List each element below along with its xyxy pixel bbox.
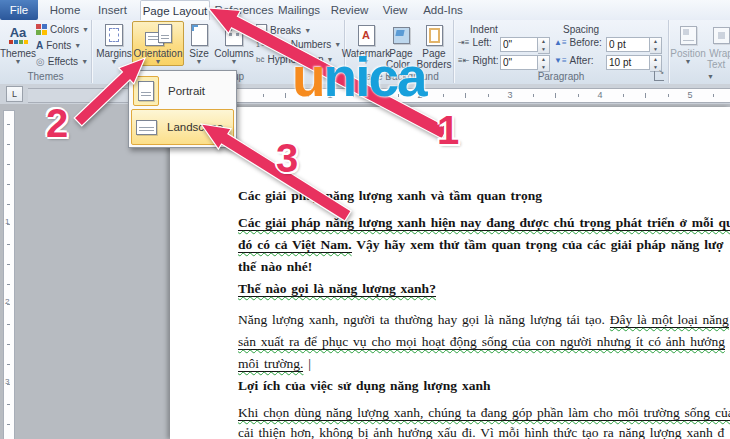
indent-right-icon: ≡⇤ bbox=[458, 56, 469, 65]
orientation-icon bbox=[145, 22, 172, 48]
doc-line: Lợi ích của việc sử dụng năng lượng xanh bbox=[238, 378, 490, 394]
margins-button[interactable]: Margins ▼ bbox=[96, 22, 132, 65]
word-window: File Home Insert Page Layout References … bbox=[0, 0, 730, 439]
spacing-section-label: Spacing bbox=[563, 24, 599, 35]
colors-icon bbox=[36, 24, 47, 35]
page-borders-icon bbox=[426, 25, 443, 46]
size-button[interactable]: Size ▼ bbox=[184, 22, 214, 65]
menu-item-portrait[interactable]: Portrait bbox=[131, 73, 234, 109]
watermark-icon: A bbox=[358, 25, 375, 46]
portrait-page-icon bbox=[138, 81, 154, 101]
wrap-text-button[interactable]: Wrap Text ▼ bbox=[707, 22, 730, 81]
orientation-menu: Portrait Landscape bbox=[128, 70, 237, 148]
effects-icon: ◎ bbox=[36, 56, 45, 67]
ruler-number: 5 bbox=[687, 90, 692, 100]
indent-right-label: Right: bbox=[472, 55, 498, 66]
indent-left-input[interactable] bbox=[500, 37, 538, 52]
ribbon-tab-bar: File Home Insert Page Layout References … bbox=[0, 0, 730, 21]
spacing-after-input[interactable] bbox=[606, 55, 650, 70]
doc-line: thế nào nhé! bbox=[238, 259, 312, 275]
document-page[interactable]: Các giải pháp năng lượng xanh và tầm qua… bbox=[170, 107, 730, 439]
columns-icon bbox=[225, 24, 243, 46]
group-label-themes: Themes bbox=[0, 71, 91, 82]
paragraph-dialog-launcher-icon[interactable]: ↘ bbox=[654, 71, 664, 81]
ribbon: Aa Themes ▼ Colors▼ A Fonts▼ ◎ Effects▼ … bbox=[0, 20, 730, 85]
page-borders-button[interactable]: Page Borders bbox=[418, 22, 450, 70]
group-label-paragraph: Paragraph bbox=[454, 71, 668, 82]
tab-stop-selector[interactable]: L bbox=[6, 86, 23, 102]
group-label-page-background: Page Background bbox=[345, 71, 453, 82]
doc-line: Năng lượng xanh, người ta thường hay gọi… bbox=[238, 312, 729, 328]
indent-right-stepper[interactable]: ▲▼ bbox=[538, 55, 550, 72]
tab-view[interactable]: View bbox=[380, 0, 410, 20]
ruler-row: L 12345 bbox=[0, 84, 730, 104]
orientation-button[interactable]: Orientation ▼ bbox=[132, 21, 184, 66]
indent-left-label: Left: bbox=[472, 37, 491, 48]
breaks-button[interactable]: Breaks▼ bbox=[256, 24, 311, 37]
doc-line: môi trường. | bbox=[238, 356, 311, 372]
indent-left-stepper[interactable]: ▲▼ bbox=[538, 37, 550, 54]
fonts-icon: A bbox=[36, 40, 43, 51]
vertical-ruler[interactable]: 123 bbox=[3, 110, 15, 439]
group-arrange: Position ▼ Wrap Text ▼ bbox=[669, 20, 730, 83]
doc-line: cải thiện hơn, không bị ảnh hưởng xấu đi… bbox=[238, 425, 724, 439]
ruler-number: 2 bbox=[5, 297, 9, 306]
chevron-down-icon: ▼ bbox=[15, 59, 22, 65]
themes-icon: Aa bbox=[9, 22, 28, 48]
tab-references[interactable]: References bbox=[218, 0, 270, 20]
tab-review[interactable]: Review bbox=[331, 0, 368, 20]
indent-section-label: Indent bbox=[470, 24, 498, 35]
line-numbers-button[interactable]: 1≡ Line Numbers▼ bbox=[256, 39, 341, 50]
indent-left-icon: ⇥≡ bbox=[458, 38, 469, 47]
margins-icon bbox=[105, 24, 123, 46]
size-icon bbox=[191, 24, 208, 46]
wrap-text-icon bbox=[713, 27, 730, 44]
breaks-icon bbox=[256, 24, 267, 37]
tab-home[interactable]: Home bbox=[45, 0, 85, 20]
ruler-number: 3 bbox=[5, 377, 9, 386]
spacing-before-stepper[interactable]: ▲▼ bbox=[650, 37, 662, 54]
spacing-after-icon: ▼≡ bbox=[554, 56, 567, 65]
indent-right-input[interactable] bbox=[500, 55, 538, 70]
ruler-number: 1 bbox=[5, 217, 9, 226]
position-icon bbox=[680, 26, 697, 45]
menu-item-landscape[interactable]: Landscape bbox=[131, 109, 234, 145]
ruler-number: 2 bbox=[417, 90, 422, 100]
tab-page-layout[interactable]: Page Layout bbox=[140, 0, 210, 20]
position-button[interactable]: Position ▼ bbox=[673, 22, 703, 65]
line-numbers-icon: 1≡ bbox=[256, 41, 266, 48]
annotation-label-2: 2 bbox=[46, 101, 68, 146]
group-page-background: A Watermark ▼ Page Color ▼ Page Borders … bbox=[345, 20, 454, 83]
spacing-before-icon: ▲≡ bbox=[554, 38, 567, 47]
watermark-button[interactable]: A Watermark ▼ bbox=[348, 22, 384, 65]
landscape-page-icon bbox=[136, 120, 157, 135]
spacing-after-label: After: bbox=[570, 55, 594, 66]
tab-add-ins[interactable]: Add-Ins bbox=[422, 0, 464, 20]
doc-line: Các giải pháp năng lượng xanh và tầm qua… bbox=[238, 188, 542, 204]
ruler-number: 1 bbox=[327, 90, 332, 100]
doc-line: Các giải pháp năng lượng xanh hiện nay đ… bbox=[238, 215, 730, 231]
page-setup-dialog-launcher-icon[interactable]: ↘ bbox=[330, 71, 340, 81]
theme-effects-button[interactable]: ◎ Effects▼ bbox=[36, 56, 88, 67]
doc-line: Thế nào gọi là năng lượng xanh? bbox=[238, 281, 436, 297]
doc-line: sản xuất ra để phục vụ cho mọi hoạt động… bbox=[238, 334, 725, 350]
page-color-icon bbox=[393, 27, 410, 44]
tab-mailings[interactable]: Mailings bbox=[279, 0, 319, 20]
ruler-number: 3 bbox=[507, 90, 512, 100]
spacing-before-input[interactable] bbox=[606, 37, 650, 52]
tab-insert[interactable]: Insert bbox=[94, 0, 131, 20]
ruler-number: 4 bbox=[597, 90, 602, 100]
doc-line: đó có cả Việt Nam. Vậy hãy xem thử tầm q… bbox=[238, 237, 723, 253]
columns-button[interactable]: Columns ▼ bbox=[216, 22, 252, 65]
hyphenation-icon: bc̄ bbox=[256, 55, 264, 64]
tab-file[interactable]: File bbox=[0, 0, 38, 20]
doc-line: Khi chọn dùng năng lượng xanh, chúng ta … bbox=[238, 405, 730, 421]
hyphenation-button[interactable]: bc̄ Hyphenation▼ bbox=[256, 54, 334, 65]
themes-button[interactable]: Aa Themes ▼ bbox=[2, 22, 34, 65]
spacing-before-label: Before: bbox=[570, 37, 602, 48]
theme-fonts-button[interactable]: A Fonts▼ bbox=[36, 40, 81, 51]
group-themes: Aa Themes ▼ Colors▼ A Fonts▼ ◎ Effects▼ … bbox=[0, 20, 92, 83]
theme-colors-button[interactable]: Colors▼ bbox=[36, 24, 89, 35]
group-paragraph: Indent Spacing ⇥≡ Left: ▲▼ ≡⇤ Right: ▲▼ … bbox=[454, 20, 669, 83]
